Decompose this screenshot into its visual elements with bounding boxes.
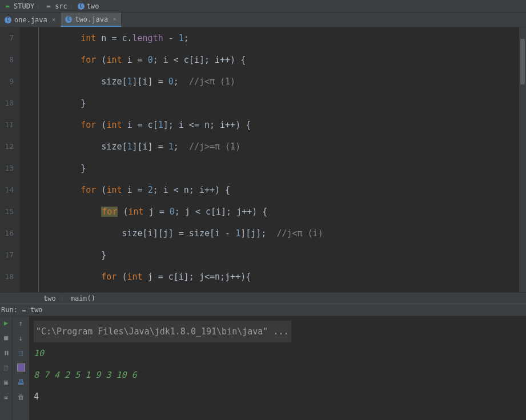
code-line-13[interactable]: } [45, 158, 526, 179]
project-icon: ▬ [3, 2, 11, 10]
java-class-icon: C [5, 17, 11, 23]
breadcrumb: ▬ STUDY 〉 ▬ src 〉 C two [0, 0, 526, 13]
trash-icon[interactable]: 🗑 [17, 393, 26, 402]
chevron-right-icon: 〉 [37, 2, 42, 10]
line-number: 11 [0, 114, 14, 136]
pause-icon[interactable]: ❚❚ [2, 348, 11, 357]
code-line-14[interactable]: for (int i = 2; i < n; i++) { [45, 179, 526, 201]
tab-one-java[interactable]: C one.java × [0, 13, 61, 27]
line-number: 10 [0, 92, 14, 114]
breadcrumb-label: two [87, 2, 99, 10]
console-output[interactable]: "C:\Program Files\Java\jdk1.8.0_191\bin\… [29, 316, 526, 420]
breadcrumb-folder[interactable]: ▬ src [45, 2, 67, 10]
breadcrumb-project[interactable]: ▬ STUDY [3, 2, 34, 10]
scrollbar-thumb[interactable] [520, 39, 525, 84]
exit-icon[interactable]: ⬚ [2, 363, 11, 372]
line-number: 13 [0, 158, 14, 179]
run-toolbar-right: ↑ ↓ ⬚ 🖶 🗑 [12, 316, 29, 420]
editor[interactable]: 7 8 9 10 11 12 13 14 15 16 17 18 int n =… [0, 27, 526, 292]
code-line-12[interactable]: size[1][i] = 1; //j>=π (1) [45, 136, 526, 158]
line-number: 8 [0, 49, 14, 71]
console-input-line: 10 [34, 342, 521, 364]
run-toolbar-left: ▶ ■ ❚❚ ⬚ ▣ ⬓ [0, 316, 12, 420]
code-line-8[interactable]: for (int i = 0; i < c[i]; i++) { [45, 49, 526, 71]
line-gutter: 7 8 9 10 11 12 13 14 15 16 17 18 [0, 27, 19, 292]
run-tool-header: Run: ▬ two [0, 304, 526, 316]
line-number: 7 [0, 27, 14, 49]
code-line-10[interactable]: } [45, 92, 526, 114]
tab-label: two.java [75, 15, 108, 23]
code-line-9[interactable]: size[1][i] = 0; //j<π (1) [45, 71, 526, 92]
run-config-icon: ▬ [20, 306, 28, 314]
code-line-11[interactable]: for (int i = c[1]; i <= n; i++) { [45, 114, 526, 136]
line-number: 17 [0, 244, 14, 266]
line-number: 12 [0, 136, 14, 158]
code-line-17[interactable]: } [45, 244, 526, 266]
chevron-right-icon: 〉 [70, 2, 75, 10]
dump-icon[interactable]: ▣ [2, 378, 11, 387]
chevron-right-icon: 〉 [61, 294, 66, 302]
wrap-icon[interactable]: ⬚ [17, 348, 26, 357]
vertical-scrollbar[interactable] [519, 27, 526, 292]
breadcrumb-class[interactable]: C two [78, 2, 99, 10]
code-line-15[interactable]: for (int j = 0; j < c[i]; j++) { [45, 201, 526, 223]
run-label: Run: [1, 306, 18, 314]
line-number: 14 [0, 179, 14, 201]
context-item[interactable]: two [43, 294, 56, 302]
code-line-18[interactable]: for (int j = c[i]; j<=n;j++){ [45, 266, 526, 288]
code-line-16[interactable]: size[i][j] = size[i - 1][j]; //j<π (i) [45, 223, 526, 244]
breadcrumb-label: STUDY [14, 2, 34, 10]
console: ▶ ■ ❚❚ ⬚ ▣ ⬓ ↑ ↓ ⬚ 🖶 🗑 "C:\Program Files… [0, 316, 526, 420]
java-class-icon: C [65, 16, 72, 23]
console-output-line: 4 [34, 386, 521, 407]
close-icon[interactable]: × [111, 15, 117, 23]
context-bar: two 〉 main() [0, 292, 526, 304]
tab-label: one.java [14, 16, 47, 24]
context-item[interactable]: main() [71, 294, 95, 302]
code-area[interactable]: int n = c.length - 1; for (int i = 0; i … [39, 27, 526, 292]
up-arrow-icon[interactable]: ↑ [17, 318, 26, 328]
down-arrow-icon[interactable]: ↓ [17, 333, 26, 342]
fold-column [19, 27, 39, 292]
editor-tabs: C one.java × C two.java × [0, 13, 526, 27]
java-class-icon: C [78, 3, 85, 10]
line-number: 16 [0, 223, 14, 244]
print-icon[interactable]: 🖶 [17, 378, 26, 387]
code-line-7[interactable]: int n = c.length - 1; [45, 27, 526, 49]
stop-icon[interactable]: ■ [2, 333, 11, 342]
line-number: 18 [0, 266, 14, 288]
breadcrumb-label: src [55, 2, 67, 10]
run-config-name[interactable]: two [30, 306, 43, 314]
layout-icon[interactable]: ⬓ [2, 393, 11, 402]
scroll-icon[interactable] [17, 363, 26, 372]
rerun-icon[interactable]: ▶ [2, 318, 11, 328]
folder-icon: ▬ [45, 2, 53, 10]
console-input-line: 8 7 4 2 5 1 9 3 10 6 [34, 364, 521, 386]
line-number: 15 [0, 201, 14, 223]
line-number: 9 [0, 71, 14, 92]
tab-two-java[interactable]: C two.java × [61, 13, 121, 27]
console-command: "C:\Program Files\Java\jdk1.8.0_191\bin\… [34, 321, 291, 342]
close-icon[interactable]: × [50, 16, 56, 23]
